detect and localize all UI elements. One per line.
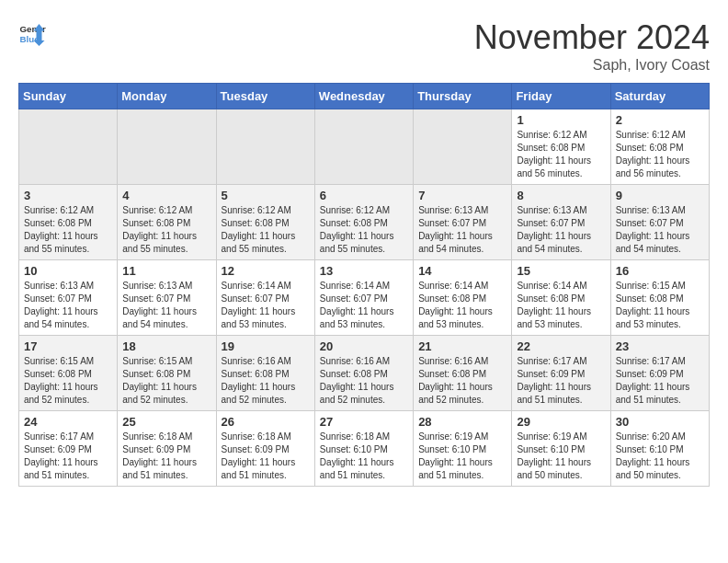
cell-content: Sunrise: 6:12 AM Sunset: 6:08 PM Dayligh… — [320, 204, 408, 256]
calendar-cell: 11Sunrise: 6:13 AM Sunset: 6:07 PM Dayli… — [118, 260, 216, 336]
calendar-cell: 28Sunrise: 6:19 AM Sunset: 6:10 PM Dayli… — [414, 411, 512, 487]
cell-content: Sunrise: 6:13 AM Sunset: 6:07 PM Dayligh… — [122, 280, 210, 331]
calendar-cell: 12Sunrise: 6:14 AM Sunset: 6:07 PM Dayli… — [216, 260, 314, 336]
cell-content: Sunrise: 6:18 AM Sunset: 6:10 PM Dayligh… — [320, 431, 408, 482]
calendar-cell: 27Sunrise: 6:18 AM Sunset: 6:10 PM Dayli… — [314, 411, 413, 487]
calendar-cell: 18Sunrise: 6:15 AM Sunset: 6:08 PM Dayli… — [118, 336, 216, 411]
calendar-cell: 10Sunrise: 6:13 AM Sunset: 6:07 PM Dayli… — [19, 260, 118, 336]
day-number: 22 — [517, 339, 605, 353]
day-number: 30 — [616, 415, 704, 429]
day-number: 21 — [418, 339, 506, 353]
calendar-table: SundayMondayTuesdayWednesdayThursdayFrid… — [18, 83, 710, 487]
cell-content: Sunrise: 6:13 AM Sunset: 6:07 PM Dayligh… — [418, 204, 506, 256]
calendar-cell: 17Sunrise: 6:15 AM Sunset: 6:08 PM Dayli… — [19, 336, 118, 411]
day-number: 29 — [517, 415, 605, 429]
day-number: 9 — [616, 189, 704, 202]
cell-content: Sunrise: 6:17 AM Sunset: 6:09 PM Dayligh… — [616, 355, 704, 407]
cell-content: Sunrise: 6:17 AM Sunset: 6:09 PM Dayligh… — [24, 431, 112, 482]
day-number: 18 — [122, 339, 210, 353]
logo: General Blue — [18, 18, 46, 46]
day-number: 7 — [418, 189, 506, 202]
day-number: 8 — [517, 189, 605, 202]
calendar-cell: 15Sunrise: 6:14 AM Sunset: 6:08 PM Dayli… — [512, 260, 610, 336]
cell-content: Sunrise: 6:18 AM Sunset: 6:09 PM Dayligh… — [222, 431, 310, 482]
calendar-cell: 5Sunrise: 6:12 AM Sunset: 6:08 PM Daylig… — [216, 185, 314, 260]
day-number: 4 — [122, 189, 210, 202]
day-number: 15 — [517, 264, 605, 278]
calendar-cell: 24Sunrise: 6:17 AM Sunset: 6:09 PM Dayli… — [19, 411, 118, 487]
calendar-cell: 14Sunrise: 6:14 AM Sunset: 6:08 PM Dayli… — [414, 260, 512, 336]
day-number: 24 — [24, 415, 112, 429]
cell-content: Sunrise: 6:16 AM Sunset: 6:08 PM Dayligh… — [320, 355, 408, 407]
weekday-header: Tuesday — [216, 84, 314, 109]
calendar-cell: 16Sunrise: 6:15 AM Sunset: 6:08 PM Dayli… — [610, 260, 709, 336]
calendar-cell — [414, 109, 512, 185]
calendar-cell: 26Sunrise: 6:18 AM Sunset: 6:09 PM Dayli… — [216, 411, 314, 487]
calendar-cell: 9Sunrise: 6:13 AM Sunset: 6:07 PM Daylig… — [610, 185, 709, 260]
calendar-cell: 20Sunrise: 6:16 AM Sunset: 6:08 PM Dayli… — [314, 336, 413, 411]
cell-content: Sunrise: 6:12 AM Sunset: 6:08 PM Dayligh… — [616, 129, 704, 180]
cell-content: Sunrise: 6:19 AM Sunset: 6:10 PM Dayligh… — [517, 431, 605, 482]
calendar-cell: 23Sunrise: 6:17 AM Sunset: 6:09 PM Dayli… — [610, 336, 709, 411]
day-number: 27 — [320, 415, 408, 429]
cell-content: Sunrise: 6:14 AM Sunset: 6:08 PM Dayligh… — [418, 280, 506, 331]
day-number: 11 — [122, 264, 210, 278]
cell-content: Sunrise: 6:13 AM Sunset: 6:07 PM Dayligh… — [517, 204, 605, 256]
cell-content: Sunrise: 6:18 AM Sunset: 6:09 PM Dayligh… — [122, 431, 210, 482]
cell-content: Sunrise: 6:12 AM Sunset: 6:08 PM Dayligh… — [122, 204, 210, 256]
day-number: 20 — [320, 339, 408, 353]
day-number: 1 — [517, 113, 605, 127]
day-number: 14 — [418, 264, 506, 278]
cell-content: Sunrise: 6:12 AM Sunset: 6:08 PM Dayligh… — [222, 204, 310, 256]
day-number: 26 — [222, 415, 310, 429]
cell-content: Sunrise: 6:15 AM Sunset: 6:08 PM Dayligh… — [24, 355, 112, 407]
cell-content: Sunrise: 6:16 AM Sunset: 6:08 PM Dayligh… — [418, 355, 506, 407]
day-number: 28 — [418, 415, 506, 429]
calendar-cell: 7Sunrise: 6:13 AM Sunset: 6:07 PM Daylig… — [414, 185, 512, 260]
cell-content: Sunrise: 6:19 AM Sunset: 6:10 PM Dayligh… — [418, 431, 506, 482]
cell-content: Sunrise: 6:14 AM Sunset: 6:07 PM Dayligh… — [222, 280, 310, 331]
calendar-cell: 1Sunrise: 6:12 AM Sunset: 6:08 PM Daylig… — [512, 109, 610, 185]
day-number: 25 — [122, 415, 210, 429]
weekday-header: Sunday — [19, 84, 118, 109]
calendar-cell — [314, 109, 413, 185]
page-header: General Blue November 2024 Saph, Ivory C… — [18, 18, 710, 74]
title-block: November 2024 Saph, Ivory Coast — [474, 18, 710, 74]
calendar-cell: 4Sunrise: 6:12 AM Sunset: 6:08 PM Daylig… — [118, 185, 216, 260]
logo-icon: General Blue — [18, 18, 46, 46]
calendar-cell: 21Sunrise: 6:16 AM Sunset: 6:08 PM Dayli… — [414, 336, 512, 411]
cell-content: Sunrise: 6:15 AM Sunset: 6:08 PM Dayligh… — [122, 355, 210, 407]
location-subtitle: Saph, Ivory Coast — [474, 57, 710, 74]
day-number: 3 — [24, 189, 112, 202]
day-number: 16 — [616, 264, 704, 278]
cell-content: Sunrise: 6:16 AM Sunset: 6:08 PM Dayligh… — [222, 355, 310, 407]
cell-content: Sunrise: 6:14 AM Sunset: 6:07 PM Dayligh… — [320, 280, 408, 331]
calendar-cell: 6Sunrise: 6:12 AM Sunset: 6:08 PM Daylig… — [314, 185, 413, 260]
cell-content: Sunrise: 6:20 AM Sunset: 6:10 PM Dayligh… — [616, 431, 704, 482]
cell-content: Sunrise: 6:13 AM Sunset: 6:07 PM Dayligh… — [616, 204, 704, 256]
calendar-cell: 22Sunrise: 6:17 AM Sunset: 6:09 PM Dayli… — [512, 336, 610, 411]
calendar-cell: 8Sunrise: 6:13 AM Sunset: 6:07 PM Daylig… — [512, 185, 610, 260]
weekday-header: Monday — [118, 84, 216, 109]
cell-content: Sunrise: 6:13 AM Sunset: 6:07 PM Dayligh… — [24, 280, 112, 331]
calendar-cell: 19Sunrise: 6:16 AM Sunset: 6:08 PM Dayli… — [216, 336, 314, 411]
day-number: 17 — [24, 339, 112, 353]
calendar-cell: 29Sunrise: 6:19 AM Sunset: 6:10 PM Dayli… — [512, 411, 610, 487]
calendar-cell: 30Sunrise: 6:20 AM Sunset: 6:10 PM Dayli… — [610, 411, 709, 487]
day-number: 10 — [24, 264, 112, 278]
cell-content: Sunrise: 6:15 AM Sunset: 6:08 PM Dayligh… — [616, 280, 704, 331]
cell-content: Sunrise: 6:17 AM Sunset: 6:09 PM Dayligh… — [517, 355, 605, 407]
day-number: 2 — [616, 113, 704, 127]
calendar-cell: 2Sunrise: 6:12 AM Sunset: 6:08 PM Daylig… — [610, 109, 709, 185]
cell-content: Sunrise: 6:12 AM Sunset: 6:08 PM Dayligh… — [517, 129, 605, 180]
weekday-header: Thursday — [414, 84, 512, 109]
day-number: 23 — [616, 339, 704, 353]
calendar-cell — [118, 109, 216, 185]
month-title: November 2024 — [474, 18, 710, 57]
day-number: 13 — [320, 264, 408, 278]
calendar-cell: 25Sunrise: 6:18 AM Sunset: 6:09 PM Dayli… — [118, 411, 216, 487]
calendar-cell — [19, 109, 118, 185]
day-number: 6 — [320, 189, 408, 202]
day-number: 12 — [222, 264, 310, 278]
cell-content: Sunrise: 6:12 AM Sunset: 6:08 PM Dayligh… — [24, 204, 112, 256]
